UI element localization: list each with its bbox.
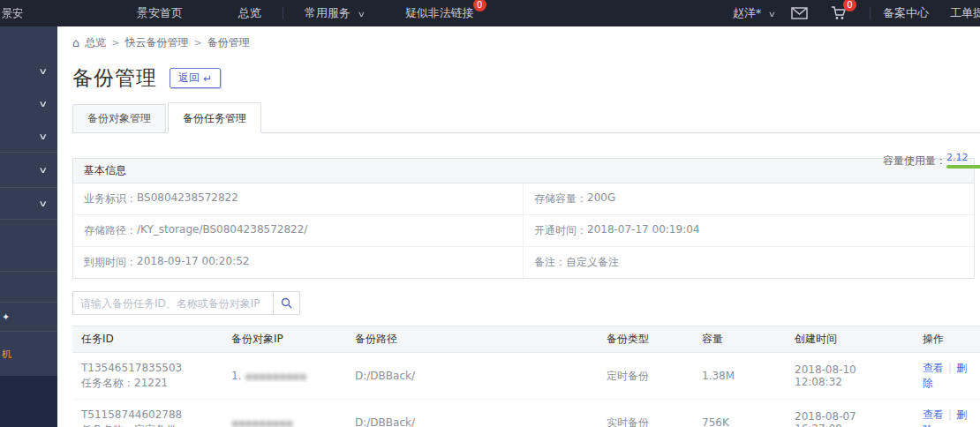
table-header-row: 任务ID 备份对象IP 备份路径 备份类型 容量 创建时间 操作: [72, 326, 980, 353]
breadcrumb: ⌂ 总览 > 快云备份管理 > 备份管理: [72, 35, 980, 50]
return-arrow-icon: ↵: [203, 72, 212, 85]
cell-size: 1.38M: [693, 370, 786, 382]
sidebar-item-4[interactable]: ∨: [0, 153, 57, 188]
sidebar-item-1[interactable]: ∨: [0, 55, 57, 87]
breadcrumb-separator: >: [193, 37, 201, 49]
col-size: 容量: [693, 332, 786, 347]
search-input[interactable]: [72, 291, 274, 315]
redacted-ip: ●●●●●●●●●: [231, 418, 293, 427]
nav-item-illegal-links[interactable]: 疑似非法链接 0: [405, 5, 474, 21]
cell-task-id: T51158744602788 任务名称：容灾备份: [72, 408, 222, 427]
tab-backup-tasks[interactable]: 备份任务管理: [168, 102, 261, 133]
page-title: 备份管理: [72, 64, 157, 92]
field-label: 存储容量：: [534, 191, 587, 206]
field-label: 存储路径：: [84, 223, 137, 238]
chevron-down-icon: ∨: [38, 165, 48, 175]
cell-type: 实时备份: [598, 416, 693, 427]
table-row: T13546517835503 任务名称：21221 1. ●●●●●●●●● …: [72, 353, 980, 400]
field-value: 2018-09-17 00:20:52: [137, 255, 249, 270]
sidebar-item-8[interactable]: ✦: [0, 303, 57, 332]
field-value: /KY_storage/BS0804238572822/: [137, 223, 307, 238]
cart-badge: 0: [843, 0, 856, 11]
col-target-ip: 备份对象IP: [222, 332, 346, 347]
backup-task-table: 任务ID 备份对象IP 备份路径 备份类型 容量 创建时间 操作 T135465…: [72, 326, 980, 427]
link-beian-center[interactable]: 备案中心: [883, 5, 929, 21]
sidebar-item-6[interactable]: [0, 220, 57, 272]
sidebar-item-9-active[interactable]: 机: [0, 332, 57, 376]
nav-divider: [283, 7, 283, 19]
task-name: 任务名称：21221: [81, 376, 214, 391]
field-value: 2018-07-17 00:19:04: [587, 223, 699, 238]
cell-path: D:/DBBack/: [346, 416, 598, 427]
user-menu[interactable]: 赵洋* ∨: [733, 5, 775, 21]
sidebar-item-2[interactable]: ∨: [0, 87, 57, 120]
sidebar-item-3[interactable]: ∨: [0, 120, 57, 153]
field-label: 到期时间：: [84, 255, 137, 270]
clipped-menu-icon: ✦: [2, 311, 13, 323]
back-button-label: 返回: [178, 71, 200, 86]
field-label: 开通时间：: [534, 223, 587, 238]
app-window: 景安 景安首页 总览 常用服务 ∨ 疑似非法链接 0 赵洋* ∨: [0, 0, 980, 427]
tab-backup-objects[interactable]: 备份对象管理: [72, 104, 166, 132]
cell-size: 756K: [693, 416, 786, 427]
task-id: T51158744602788: [81, 408, 214, 423]
redacted-ip: ●●●●●●●●●: [245, 371, 306, 381]
col-type: 备份类型: [598, 332, 693, 347]
basic-info-grid: 业务标识： BS0804238572822 存储容量： 200G 存储路径： /…: [73, 184, 974, 278]
view-link[interactable]: 查看: [923, 408, 944, 421]
chevron-down-icon: ∨: [38, 199, 48, 208]
field-storage-path: 存储路径： /KY_storage/BS0804238572822/: [73, 215, 524, 247]
cell-task-id: T13546517835503 任务名称：21221: [72, 361, 222, 391]
nav-item-home[interactable]: 景安首页: [137, 5, 183, 21]
cell-actions: 查看|删除: [914, 408, 980, 427]
cell-actions: 查看|删除: [914, 361, 980, 391]
field-business-id: 业务标识： BS0804238572822: [73, 184, 524, 215]
notification-badge: 0: [473, 0, 486, 11]
back-button[interactable]: 返回 ↵: [170, 68, 221, 88]
field-value: 200G: [587, 191, 615, 206]
nav-item-overview[interactable]: 总览: [238, 5, 261, 21]
sidebar-footer: [0, 376, 57, 427]
field-value: 自定义备注: [566, 255, 619, 270]
capacity-progress-bar: [946, 165, 980, 169]
col-task-id: 任务ID: [72, 332, 222, 347]
chevron-down-icon: ∨: [38, 66, 48, 76]
cell-type: 定时备份: [598, 369, 693, 384]
basic-info-header: 基本信息: [73, 159, 974, 184]
col-path: 备份路径: [346, 332, 598, 347]
breadcrumb-overview[interactable]: 总览: [85, 35, 106, 50]
tab-bar: 备份对象管理 备份任务管理: [72, 107, 980, 133]
sidebar-spacer: [0, 26, 57, 55]
mail-button[interactable]: [791, 7, 808, 19]
envelope-icon: [791, 7, 808, 19]
breadcrumb-kuaiyun-backup[interactable]: 快云备份管理: [124, 35, 188, 50]
field-remark: 备注： 自定义备注: [524, 247, 974, 278]
cart-button[interactable]: 0: [831, 6, 847, 20]
sidebar-item-7[interactable]: [0, 272, 57, 303]
task-id: T13546517835503: [81, 361, 214, 376]
nav-services-label: 常用服务: [305, 6, 351, 19]
cell-created: 2018-08-10 12:08:32: [786, 363, 914, 388]
capacity-label: 容量使用量：: [883, 154, 946, 169]
capacity-usage: 容量使用量： 2.12: [883, 152, 980, 169]
breadcrumb-separator: >: [111, 37, 119, 49]
top-navbar: 景安 景安首页 总览 常用服务 ∨ 疑似非法链接 0 赵洋* ∨: [0, 0, 980, 26]
field-expire-time: 到期时间： 2018-09-17 00:20:52: [73, 247, 524, 278]
cell-created: 2018-08-07 16:27:09: [786, 410, 914, 427]
chevron-down-icon: ∨: [768, 10, 776, 19]
nav-item-services[interactable]: 常用服务 ∨: [305, 5, 365, 21]
table-row: T51158744602788 任务名称：容灾备份 ●●●●●●●●● D:/D…: [72, 400, 980, 427]
col-created: 创建时间: [786, 332, 914, 347]
breadcrumb-current: 备份管理: [207, 35, 250, 50]
topbar-right: 赵洋* ∨ 0 备案中心 工单提交: [733, 5, 980, 21]
view-link[interactable]: 查看: [923, 362, 944, 374]
ip-prefix: 1.: [231, 370, 241, 382]
cell-target-ip: 1. ●●●●●●●●●: [222, 370, 346, 382]
link-work-order[interactable]: 工单提交: [950, 5, 980, 21]
search-button[interactable]: [274, 291, 300, 315]
title-row: 备份管理 返回 ↵: [72, 64, 980, 92]
sidebar-item-5[interactable]: ∨: [0, 188, 57, 220]
search-icon: [281, 297, 292, 309]
field-open-time: 开通时间： 2018-07-17 00:19:04: [524, 215, 974, 247]
nav-illegal-label: 疑似非法链接: [405, 6, 474, 19]
